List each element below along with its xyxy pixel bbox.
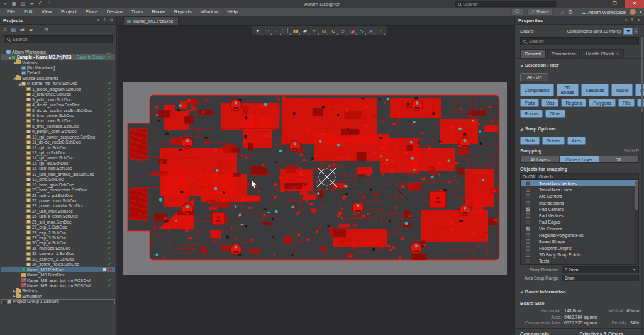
filter-vias[interactable]: Vias xyxy=(541,99,559,107)
home-icon[interactable]: ⌂ xyxy=(561,8,564,16)
filter-tracks[interactable]: Tracks xyxy=(611,84,633,96)
tree-item[interactable]: 11_dc-dc_vcc1r8.SchDoc✔ xyxy=(1,139,115,144)
snap-distance-select[interactable]: 0.2mm ▼ xyxy=(562,266,639,273)
menu-project[interactable]: Project xyxy=(57,8,81,16)
tree-item[interactable]: ◢Variants xyxy=(1,60,115,65)
snap-object-row[interactable]: Intersections xyxy=(521,200,638,206)
snap-object-row[interactable]: 3D Body Snap Points xyxy=(521,251,638,258)
redo-icon[interactable]: ↷ xyxy=(47,1,52,6)
ic-pad[interactable]: 65GND xyxy=(212,212,225,225)
pcb-board[interactable]: GNDGNDGNDGNDGNDGNDGNDGNDGNDGND49GND65GND xyxy=(126,94,503,263)
tab-health-check[interactable]: Health Check ⚠ xyxy=(581,49,623,58)
snap-guides[interactable]: Guides xyxy=(542,137,565,145)
checkbox[interactable] xyxy=(526,239,530,244)
avatar[interactable] xyxy=(630,9,636,15)
pin-icon[interactable]: ↧ xyxy=(630,18,634,23)
tree-item[interactable]: 18_bmc.SchDoc✔ xyxy=(1,177,115,182)
gnd-pad[interactable]: GND xyxy=(182,137,193,149)
close-panel-icon[interactable]: ✕ xyxy=(109,18,113,23)
wave-icon[interactable]: ∿ xyxy=(357,27,366,35)
list-view-icon[interactable]: ≡ xyxy=(4,27,7,33)
checkbox[interactable] xyxy=(526,253,530,257)
checkbox[interactable] xyxy=(526,207,530,212)
text-icon[interactable]: A xyxy=(367,27,375,35)
comment-button[interactable]: 🗩 xyxy=(511,9,524,16)
snap-options-section[interactable]: ◢ Snap Options xyxy=(515,122,644,134)
select-area-icon[interactable]: ⃞ xyxy=(282,27,291,35)
save-to-server-link[interactable]: Save to Server xyxy=(77,55,105,59)
snap-object-row[interactable]: Track/Arcs Lines xyxy=(521,186,638,193)
checkbox[interactable] xyxy=(526,188,530,192)
open-folder-icon[interactable]: ▰ xyxy=(29,1,35,6)
snap-object-row[interactable]: Pad Edges xyxy=(521,219,638,225)
tree-item[interactable]: 25_usb-a_conn.SchDoc✔ xyxy=(1,214,115,219)
close-button[interactable]: ✕ xyxy=(625,0,644,8)
more-options-button[interactable]: … xyxy=(106,50,111,54)
tree-item[interactable]: Kame_MB_asm_bot_rm.PCBDwf✔ xyxy=(1,278,115,283)
snap-object-row[interactable]: Board Shape xyxy=(521,239,638,245)
projects-search-input[interactable]: Search xyxy=(4,35,113,43)
axis-snap-range-input[interactable]: 2mm xyxy=(562,275,639,281)
via-icon[interactable]: ⊙ xyxy=(329,27,338,35)
filter-fills[interactable]: Fills xyxy=(618,99,635,107)
tree-item[interactable]: 28_exp_2.SchDoc✔ xyxy=(1,230,115,235)
document-tab[interactable]: Kame_MB.PcbDoc xyxy=(123,16,179,25)
menu-tools[interactable]: Tools xyxy=(127,8,148,16)
polygon-icon[interactable]: ▱ xyxy=(338,27,347,35)
tree-item[interactable]: 24_usb_mux.SchDoc✔ xyxy=(1,208,115,213)
menu-design[interactable]: Design xyxy=(103,8,127,16)
chevron-down-icon[interactable]: ▾ xyxy=(640,8,641,16)
tree-item[interactable]: 20_bmc_connectors.SchDoc✔ xyxy=(1,187,115,192)
panel-scrollbar[interactable] xyxy=(641,35,643,335)
maximize-button[interactable]: ❒ xyxy=(608,0,621,8)
compare-icon[interactable]: ⇄ xyxy=(20,27,25,33)
gnd-pad[interactable]: GND xyxy=(182,203,193,215)
gnd-pad[interactable]: GND xyxy=(459,137,470,149)
region-icon[interactable]: ◪ xyxy=(348,27,357,35)
tree-item[interactable]: 1_block_diagram.SchDoc✔ xyxy=(1,86,115,91)
gnd-pad[interactable]: GND xyxy=(411,99,423,111)
gnd-pad[interactable]: GND xyxy=(230,244,242,255)
filter-icon[interactable]: ▼ xyxy=(253,27,262,35)
tree-item[interactable]: Kame_MB.PcbDoc xyxy=(1,267,115,272)
menu-edit[interactable]: Edit xyxy=(19,8,37,16)
filter-regions[interactable]: Regions xyxy=(561,99,586,107)
tree-item[interactable]: 33_camera_2.SchDoc✔ xyxy=(1,256,115,261)
checkbox[interactable] xyxy=(526,201,530,205)
checkbox[interactable] xyxy=(526,246,530,251)
all-on-button[interactable]: All - On xyxy=(520,73,548,81)
gear-icon[interactable]: ⚙ xyxy=(568,8,573,16)
tree-item[interactable]: 16_usb_hub.SchDoc✔ xyxy=(1,166,115,171)
checkbox[interactable] xyxy=(526,227,530,231)
gnd-pad[interactable]: GND xyxy=(230,99,242,111)
snap-object-row[interactable]: Arc Centers xyxy=(521,193,638,200)
tree-item[interactable]: 5_dc-dc_vcc5m-vcc3m.SchDoc✔ xyxy=(1,108,115,113)
filter-keepouts[interactable]: Keepouts xyxy=(581,84,609,96)
properties-search-input[interactable]: Search xyxy=(520,37,639,45)
fill-icon[interactable]: ▰ xyxy=(301,27,309,35)
filter-funnel-button[interactable] xyxy=(623,28,633,35)
tree-item[interactable]: 7_fmu_conn.SchDoc✔ xyxy=(1,118,115,123)
gnd-pad[interactable]: GND xyxy=(459,205,470,216)
tree-item[interactable]: 34_screw_holes.SchDoc✔ xyxy=(1,262,115,267)
snap-axes[interactable]: Axes xyxy=(567,137,586,145)
menu-reports[interactable]: Reports xyxy=(170,8,196,16)
menu-window[interactable]: Window xyxy=(196,8,223,16)
menu-view[interactable]: View xyxy=(37,8,57,16)
tree-item[interactable]: ◢Source Documents xyxy=(1,76,115,81)
document-icon[interactable]: ▤ xyxy=(11,27,16,33)
pad-stack-icon[interactable]: ▮▮ xyxy=(291,27,300,35)
tree-item[interactable]: 10_rpi_power_sequence.SchDoc✔ xyxy=(1,134,115,139)
tree-item[interactable]: Altium Workspace… xyxy=(1,49,115,54)
filter-pads[interactable]: Pads xyxy=(520,99,539,107)
checkbox[interactable] xyxy=(526,194,530,198)
mode-off[interactable]: Off xyxy=(599,156,638,162)
save-all-icon[interactable]: ▤ xyxy=(20,1,26,6)
close-panel-icon[interactable]: ✕ xyxy=(637,18,641,23)
snap-object-row[interactable]: Track/Arcs Vertices xyxy=(521,180,638,186)
snap-object-row[interactable]: Via Centers xyxy=(521,225,638,232)
snap-object-row[interactable]: Texts xyxy=(521,258,638,264)
snap-object-row[interactable]: Pad Centers xyxy=(521,206,638,212)
filter-components[interactable]: Components xyxy=(520,84,554,96)
measure-icon[interactable]: M xyxy=(319,27,328,35)
